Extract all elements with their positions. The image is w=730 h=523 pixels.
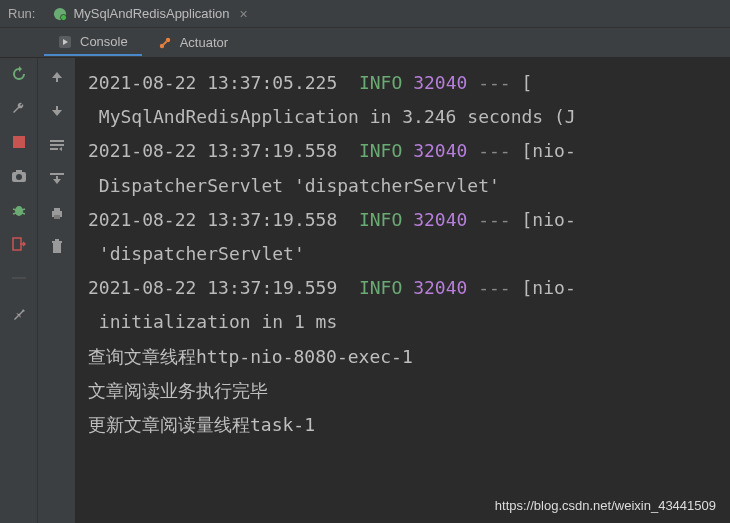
tab-actuator[interactable]: Actuator xyxy=(144,30,242,55)
svg-line-13 xyxy=(22,209,25,210)
exit-icon[interactable] xyxy=(9,234,29,254)
svg-rect-28 xyxy=(53,243,61,253)
tab-actuator-label: Actuator xyxy=(180,35,228,50)
svg-rect-19 xyxy=(56,106,58,111)
stop-icon[interactable] xyxy=(9,132,29,152)
print-icon[interactable] xyxy=(48,204,66,222)
svg-line-6 xyxy=(163,41,166,44)
svg-line-12 xyxy=(13,209,16,210)
console-tools xyxy=(38,58,76,523)
svg-rect-18 xyxy=(56,77,58,82)
camera-icon[interactable] xyxy=(9,166,29,186)
svg-rect-26 xyxy=(54,208,60,211)
wrench-icon[interactable] xyxy=(9,98,29,118)
svg-rect-27 xyxy=(54,215,60,219)
divider xyxy=(9,268,29,288)
svg-rect-16 xyxy=(13,238,21,250)
play-icon xyxy=(58,35,72,49)
svg-rect-20 xyxy=(50,140,64,142)
svg-rect-10 xyxy=(16,170,22,173)
main-area: 2021-08-22 13:37:05.225 INFO 32040 --- [… xyxy=(0,58,730,523)
close-icon[interactable]: × xyxy=(240,6,248,22)
console-output[interactable]: 2021-08-22 13:37:05.225 INFO 32040 --- [… xyxy=(76,58,730,523)
rerun-icon[interactable] xyxy=(9,64,29,84)
scroll-to-end-icon[interactable] xyxy=(48,170,66,188)
actuator-icon xyxy=(158,36,172,50)
svg-rect-21 xyxy=(50,144,64,146)
svg-point-1 xyxy=(61,14,67,20)
svg-rect-29 xyxy=(52,241,62,243)
svg-rect-24 xyxy=(56,176,58,180)
console-tabs: Console Actuator xyxy=(0,28,730,58)
bug-icon[interactable] xyxy=(9,200,29,220)
scroll-down-icon[interactable] xyxy=(48,102,66,120)
left-gutter xyxy=(0,58,38,523)
run-label: Run: xyxy=(8,6,35,21)
watermark: https://blog.csdn.net/weixin_43441509 xyxy=(495,498,716,513)
soft-wrap-icon[interactable] xyxy=(48,136,66,154)
svg-rect-30 xyxy=(55,239,59,241)
tab-console[interactable]: Console xyxy=(44,29,142,56)
run-config-name: MySqlAndRedisApplication xyxy=(73,6,229,21)
svg-rect-22 xyxy=(50,148,58,150)
svg-rect-23 xyxy=(50,173,64,175)
run-header: Run: MySqlAndRedisApplication × xyxy=(0,0,730,28)
tab-console-label: Console xyxy=(80,34,128,49)
spring-boot-icon xyxy=(53,7,67,21)
svg-point-9 xyxy=(16,174,22,180)
svg-point-11 xyxy=(15,206,23,216)
run-config-tab[interactable]: MySqlAndRedisApplication × xyxy=(43,2,257,26)
scroll-up-icon[interactable] xyxy=(48,68,66,86)
pin-icon[interactable] xyxy=(9,302,29,322)
trash-icon[interactable] xyxy=(48,238,66,256)
svg-line-14 xyxy=(13,213,16,214)
svg-rect-7 xyxy=(13,136,25,148)
svg-line-15 xyxy=(22,213,25,214)
